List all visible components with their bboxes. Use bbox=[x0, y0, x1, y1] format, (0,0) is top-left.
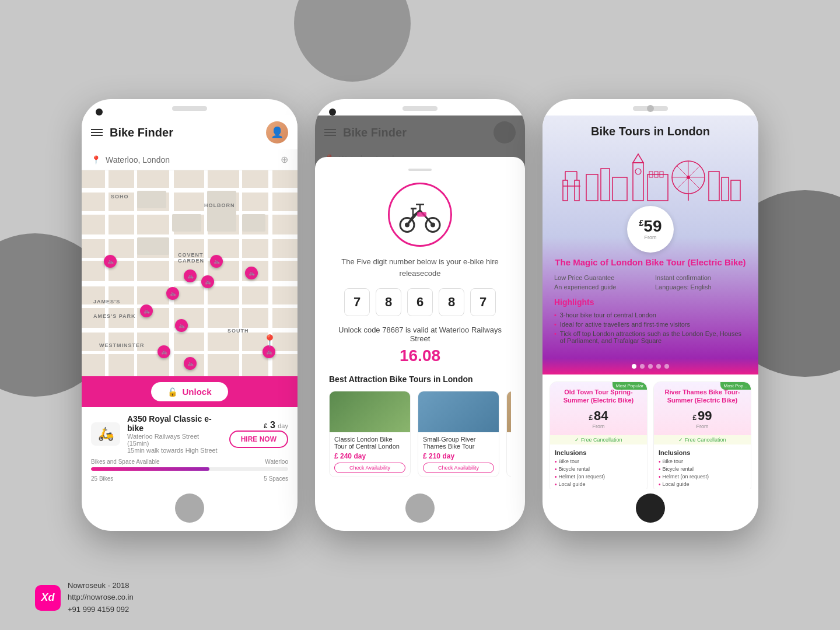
city-block bbox=[137, 237, 169, 255]
listing-price-2: 99 bbox=[698, 408, 712, 424]
price-badge: £59 From bbox=[627, 206, 674, 253]
phone-3-top-bar bbox=[542, 99, 758, 116]
bike-marker-1[interactable]: 🚲 bbox=[104, 255, 117, 268]
menu-icon[interactable] bbox=[91, 129, 103, 136]
tour-card-2-name: Small-Group River Thames Bike Tour bbox=[423, 436, 494, 450]
city-block bbox=[207, 191, 236, 232]
highlight-text-0: 3-hour bike tour of central London bbox=[560, 312, 656, 318]
code-box-4: 8 bbox=[439, 288, 464, 316]
inc-bullet-1-3: • bbox=[555, 481, 557, 488]
front-camera-icon bbox=[96, 108, 103, 116]
feature-3: Languages: English bbox=[655, 284, 747, 290]
map-label-south: SOUTH bbox=[228, 328, 249, 334]
listing-card-1-header: Old Town Tour Spring-Summer (Electric Bi… bbox=[550, 382, 647, 435]
street-v1 bbox=[105, 170, 108, 380]
svg-marker-23 bbox=[633, 154, 643, 163]
unlock-button[interactable]: 🔓 Unlock bbox=[151, 382, 228, 401]
map-area[interactable]: SOHO HOLBORN COVENTGARDEN JAMES'S AMES'S… bbox=[82, 170, 298, 380]
listing-pound-1: £ bbox=[589, 414, 593, 422]
phone-3-home-button[interactable] bbox=[636, 494, 665, 523]
bike-marker-2[interactable]: 🚲 bbox=[184, 270, 197, 282]
counts-row: 25 Bikes 5 Spaces bbox=[91, 475, 288, 482]
dot-5 bbox=[664, 364, 669, 369]
phone-1-top-bar bbox=[82, 99, 298, 116]
listing-card-1-body: Inclusions • Bike tour • Bicycle rental … bbox=[550, 444, 647, 489]
bike-marker-8[interactable]: 🚲 bbox=[210, 255, 223, 268]
city-block bbox=[137, 191, 166, 208]
map-label-james: JAMES'S bbox=[93, 299, 120, 304]
listing-from-1: From bbox=[556, 424, 641, 429]
tour-card-2: Small-Group River Thames Bike Tour £ 210… bbox=[418, 391, 499, 477]
search-text[interactable]: Waterloo, London bbox=[106, 155, 276, 164]
inclusion-2-3: • Local guide bbox=[659, 481, 746, 488]
listing-price-1: 84 bbox=[594, 408, 608, 424]
svg-rect-12 bbox=[417, 212, 426, 217]
bike-marker-4[interactable]: 🚲 bbox=[140, 304, 153, 317]
feature-0: Low Price Guarantee bbox=[554, 274, 646, 281]
hire-now-button[interactable]: HIRE NOW bbox=[229, 430, 288, 448]
bike-price: £ 3 day bbox=[229, 420, 288, 430]
bike-marker-3[interactable]: 🚲 bbox=[166, 287, 179, 300]
inc-text-2-1: Bicycle rental bbox=[663, 466, 694, 472]
speaker bbox=[172, 106, 207, 111]
walk-text: 15min walk towards High Street bbox=[127, 447, 222, 454]
bike-marker-5[interactable]: 🚲 bbox=[175, 319, 188, 332]
phone-3: Bike Tours in London bbox=[542, 99, 758, 531]
tour-cards-row: Classic London Bike Tour of Central Lond… bbox=[329, 391, 511, 477]
phones-container: Bike Finder 👤 📍 Waterloo, London ⊕ bbox=[82, 99, 758, 531]
dot-4 bbox=[656, 364, 661, 369]
check-avail-btn-1[interactable]: Check Availability bbox=[334, 463, 405, 473]
tour-card-3: BrakeAway Cycle Tour in Oxford £ 299 day… bbox=[506, 391, 511, 477]
tour-card-2-body: Small-Group River Thames Bike Tour £ 210… bbox=[418, 432, 499, 477]
avatar[interactable]: 👤 bbox=[266, 121, 288, 144]
release-code-text: The Five digit number below is your e-bi… bbox=[329, 256, 511, 279]
svg-rect-19 bbox=[586, 174, 598, 201]
listing-price-row-2: £ 99 bbox=[660, 408, 745, 424]
phone-2-home-button[interactable] bbox=[405, 494, 435, 523]
highlights-title: Highlights bbox=[554, 298, 747, 307]
app-title: Bike Finder bbox=[110, 126, 259, 139]
inclusion-2-2: • Helmet (on request) bbox=[659, 474, 746, 480]
inclusion-1-3: • Local guide bbox=[555, 481, 642, 488]
svg-rect-13 bbox=[563, 180, 568, 201]
bottom-panel: 🔓 Unlock 🛵 A350 Royal Classic e-bike Wat… bbox=[82, 376, 298, 489]
phone-2-top-bar bbox=[315, 99, 525, 116]
bg-decoration-top bbox=[294, 0, 411, 82]
price-unit: day bbox=[278, 422, 288, 429]
svg-rect-37 bbox=[722, 177, 729, 201]
inc-text-2-2: Helmet (on request) bbox=[663, 474, 709, 480]
bike-marker-9[interactable]: 🚲 bbox=[184, 357, 197, 370]
map-label-covent: COVENTGARDEN bbox=[178, 252, 204, 264]
phone-1-home-button[interactable] bbox=[175, 494, 204, 523]
listing-pound-2: £ bbox=[692, 414, 696, 422]
location-label: Waterloo bbox=[265, 459, 288, 465]
tours-hero-title: Bike Tours in London bbox=[554, 116, 747, 138]
highlight-1: • Ideal for active travellers and first-… bbox=[554, 321, 747, 328]
city-block bbox=[242, 214, 265, 232]
listing-tour-name-2: River Thames Bike Tour-Summer (Electric … bbox=[660, 388, 745, 405]
listing-card-2-body: Inclusions • Bike tour • Bicycle rental … bbox=[654, 444, 751, 489]
svg-rect-20 bbox=[601, 169, 610, 201]
free-cancel-text-1: Free Cancellation bbox=[581, 437, 622, 443]
bullet-icon-1: • bbox=[554, 321, 556, 328]
xd-logo: Xd bbox=[35, 585, 61, 611]
bike-marker-6[interactable]: 🚲 bbox=[201, 275, 214, 288]
inc-bullet-1-0: • bbox=[555, 459, 557, 465]
tour-card-1-image bbox=[330, 391, 410, 432]
street-h3 bbox=[82, 235, 298, 239]
feature-1: Instant confirmation bbox=[655, 274, 747, 281]
svg-rect-38 bbox=[731, 180, 740, 201]
bike-marker-7[interactable]: 🚲 bbox=[245, 267, 258, 279]
bike-marker-10[interactable]: 🚲 bbox=[158, 345, 170, 358]
svg-rect-21 bbox=[612, 177, 627, 201]
popular-badge-2: Most Pop... bbox=[720, 382, 751, 390]
gps-icon[interactable]: ⊕ bbox=[281, 154, 288, 165]
inc-text-1-2: Helmet (on request) bbox=[559, 474, 606, 480]
tour-listings: Most Popular Old Town Tour Spring-Summer… bbox=[542, 374, 758, 489]
bike-count: 25 Bikes bbox=[91, 475, 113, 482]
unlock-info-text: Unlock code 78687 is valid at Waterloo R… bbox=[329, 326, 511, 343]
tours-hero: Bike Tours in London bbox=[542, 116, 758, 358]
bike-thumbnail: 🛵 bbox=[91, 422, 120, 446]
inc-bullet-2-2: • bbox=[659, 474, 661, 480]
check-avail-btn-2[interactable]: Check Availability bbox=[423, 463, 494, 473]
